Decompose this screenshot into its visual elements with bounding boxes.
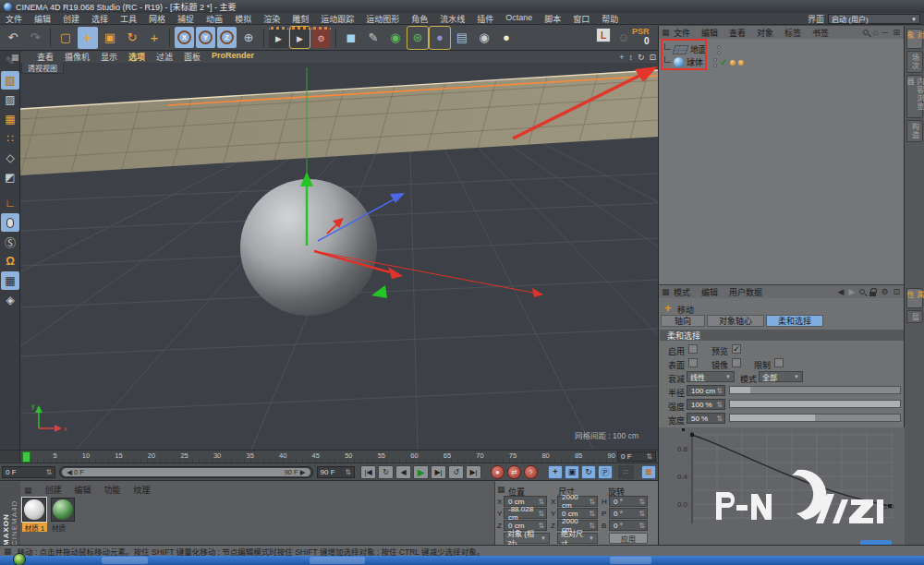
viewport-menu-item[interactable]: 过滤 — [156, 51, 173, 63]
model-mode-icon[interactable]: ▧ — [1, 71, 19, 90]
width-field[interactable]: 50 %⇅ — [687, 413, 725, 424]
lock-y-axis-button[interactable]: Y — [196, 27, 215, 48]
pos-y-field[interactable]: -88.028 cm⇅ — [504, 508, 547, 519]
current-frame-field[interactable]: 0 F⇅ — [617, 451, 656, 462]
light-button[interactable]: ● — [496, 27, 517, 49]
phong-tag-icon[interactable] — [730, 60, 736, 66]
enable-checkbox[interactable] — [688, 344, 698, 354]
pen-spline-button[interactable]: ✎ — [363, 27, 383, 49]
pan-icon[interactable]: + — [619, 53, 624, 62]
tab-objects[interactable]: 对象 — [906, 29, 923, 49]
panel-icon[interactable]: ⊡ — [893, 287, 900, 296]
playhead[interactable] — [22, 451, 30, 463]
plus-icon[interactable]: ⊞ — [893, 28, 900, 37]
panel-grid-icon[interactable]: ▦ — [497, 485, 505, 494]
orbit-icon[interactable]: ↻ — [638, 53, 645, 62]
add-cube-button[interactable]: ◼ — [341, 27, 361, 49]
menu-item[interactable]: 角色 — [411, 13, 428, 25]
menu-item[interactable]: 渲染 — [263, 13, 280, 25]
play-button[interactable]: ▶ — [413, 465, 429, 479]
panel-grid-icon[interactable]: ▦ — [11, 53, 19, 62]
loop-button[interactable]: ↺ — [448, 465, 464, 479]
material-label[interactable]: 材质 — [52, 523, 66, 533]
size-mode-dropdown[interactable]: 绝对尺寸▼ — [557, 533, 598, 544]
floor-environment-button[interactable]: ▤ — [452, 27, 472, 49]
om-menu-item[interactable]: 对象 — [757, 27, 773, 39]
curve-point-start[interactable] — [690, 433, 694, 437]
rot-p-field[interactable]: 0 °⇅ — [609, 508, 648, 519]
undo-button[interactable]: ↶ — [3, 27, 23, 49]
preview-checkbox[interactable]: ✓ — [732, 344, 741, 354]
om-menu-item[interactable]: 标签 — [784, 27, 801, 39]
ruler-left-handle[interactable] — [0, 451, 20, 463]
gear-icon[interactable]: ⚙ — [881, 287, 888, 296]
mirror-checkbox[interactable] — [732, 358, 741, 367]
tab-perspective-view[interactable]: 透视视图 — [21, 63, 64, 74]
tab-takes[interactable]: 场次 — [906, 51, 923, 73]
menu-item[interactable]: 帮助 — [602, 13, 618, 25]
record-keyframe-button[interactable]: ● — [491, 465, 505, 479]
home-icon[interactable]: ⌂ — [873, 28, 878, 37]
frame-end-field[interactable]: 90 F⇅ — [317, 466, 355, 478]
key-scale-button[interactable]: ▣ — [565, 465, 579, 479]
texture-tag-icon[interactable] — [738, 60, 744, 66]
menu-item[interactable]: 插件 — [477, 13, 493, 25]
history-back-icon[interactable]: ◀ — [838, 287, 845, 296]
start-orb[interactable] — [13, 553, 26, 565]
lock-z-axis-button[interactable]: Z — [217, 27, 237, 48]
falloff-curve-graph[interactable]: 0.8 0.4 0.0 1.0 — [659, 427, 905, 557]
radius-slider[interactable] — [729, 386, 901, 394]
next-frame-button[interactable]: ▶| — [431, 465, 446, 479]
layout-dropdown[interactable]: 启动 (用户) ▼ — [828, 14, 920, 24]
texture-mode-icon[interactable]: ▨ — [1, 90, 19, 109]
material-menu-item[interactable]: 纹理 — [134, 484, 151, 496]
menu-item[interactable]: 工具 — [120, 13, 137, 25]
history-forward-icon[interactable]: ▶ — [848, 287, 855, 296]
edges-mode-icon[interactable]: ◇ — [1, 149, 19, 167]
menu-item[interactable]: 动画 — [206, 13, 223, 25]
tab-structure[interactable]: 构造 — [906, 120, 923, 142]
render-view-button[interactable]: ▶ — [269, 27, 288, 48]
tab-object-axis[interactable]: 对象轴心 — [707, 315, 764, 327]
zoom-icon[interactable]: ↕ — [628, 53, 633, 62]
cloner-button[interactable]: ⊛ — [407, 27, 428, 49]
go-to-start-button[interactable]: |◀ — [360, 465, 376, 479]
subdivision-surface-button[interactable]: ◉ — [385, 27, 406, 49]
previous-frame-button[interactable]: ◀ — [395, 465, 411, 479]
om-menu-item[interactable]: 书签 — [812, 27, 829, 39]
search-icon[interactable] — [859, 289, 865, 295]
menu-item[interactable]: 脚本 — [544, 13, 561, 25]
curve-point-end[interactable] — [888, 504, 892, 508]
enable-axis-icon[interactable]: ∟ — [1, 194, 19, 212]
spinner-icon[interactable]: ⇅ — [716, 415, 723, 423]
snap-magnet-icon[interactable]: Ω — [1, 252, 19, 270]
am-menu-item[interactable]: 用户数据 — [729, 286, 762, 298]
pla-button[interactable]: ∷ — [618, 465, 634, 479]
viewport-menu-item[interactable]: 面板 — [184, 51, 201, 63]
section-header[interactable]: 柔和选择 — [660, 330, 904, 341]
key-parameter-button[interactable]: Ⓟ — [598, 465, 613, 479]
render-settings-button[interactable]: ⚙ — [311, 27, 331, 48]
am-menu-item[interactable]: 模式 — [674, 286, 690, 298]
material-swatch-1[interactable] — [22, 498, 46, 522]
layout-icon[interactable]: L — [596, 28, 611, 42]
spinner-icon[interactable]: ⇅ — [716, 401, 723, 409]
menu-item[interactable]: Octane — [505, 13, 532, 25]
menu-item[interactable]: 创建 — [63, 13, 79, 25]
tab-soft-selection[interactable]: 柔和选择 — [766, 315, 823, 327]
key-position-button[interactable]: + — [548, 465, 563, 479]
rotate-tool-button[interactable]: ↻ — [122, 27, 142, 49]
menu-item[interactable]: 网格 — [149, 13, 165, 25]
frame-range-slider[interactable]: ◀ 0 F 90 F ▶ — [59, 466, 312, 478]
radius-field[interactable]: 100 cm⇅ — [687, 385, 725, 396]
tab-layers[interactable]: 层 — [906, 310, 923, 323]
workplane-rotate-icon[interactable]: ◈ — [1, 291, 19, 309]
visibility-toggles[interactable] — [713, 58, 717, 67]
width-slider[interactable] — [729, 414, 901, 422]
cycle-button[interactable]: ↻ — [378, 465, 394, 479]
viewport-menu-item[interactable]: 查看 — [37, 51, 54, 63]
deformer-button[interactable]: ● — [430, 27, 450, 49]
limit-checkbox[interactable] — [774, 358, 784, 367]
surface-checkbox[interactable] — [688, 358, 698, 367]
mode-dropdown[interactable]: 全部▼ — [759, 371, 803, 382]
